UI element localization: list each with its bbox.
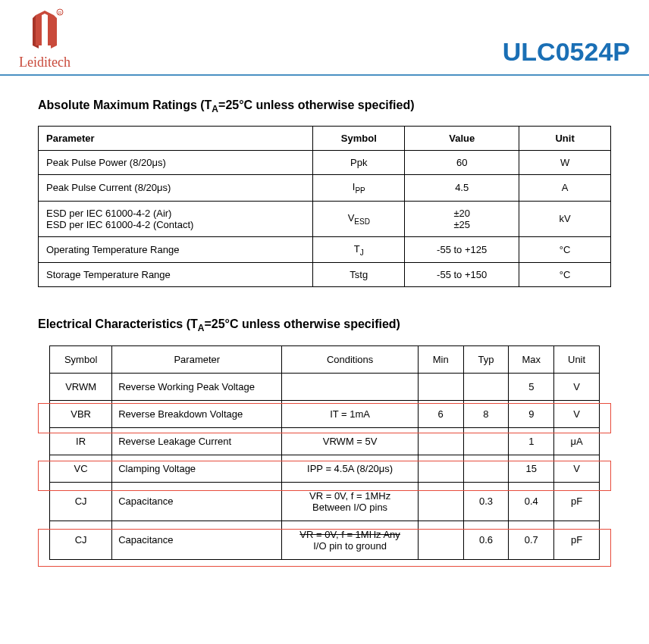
- cell: VR = 0V, f = 1MHz Between I/O pins: [282, 482, 418, 521]
- cell: 8: [463, 400, 509, 427]
- cell: V: [554, 400, 600, 427]
- cell: TJ: [313, 236, 405, 263]
- col-min: Min: [418, 345, 463, 373]
- cell: ±20 ±25: [405, 201, 519, 236]
- cell: CJ: [50, 482, 112, 521]
- col-unit: Unit: [554, 345, 600, 373]
- cell: 0.3: [463, 482, 509, 521]
- cell: Tstg: [313, 263, 405, 287]
- col-parameter: Parameter: [112, 345, 282, 373]
- cell: VESD: [313, 201, 405, 236]
- cell: Reverse Breakdown Voltage: [112, 400, 282, 427]
- cell: °C: [519, 263, 611, 287]
- cell: Peak Pulse Power (8/20μs): [39, 151, 313, 175]
- cell: Clamping Voltage: [112, 455, 282, 482]
- cell: V: [554, 455, 600, 482]
- col-symbol: Symbol: [313, 127, 405, 151]
- cell: -55 to +150: [405, 263, 519, 287]
- cell: [463, 455, 509, 482]
- title-text: =25°C unless otherwise specified): [204, 317, 400, 330]
- cell: Storage Temperature Range: [39, 263, 313, 287]
- cell: A: [519, 175, 611, 202]
- cell: CJ: [50, 521, 112, 559]
- cell: 60: [405, 151, 519, 175]
- col-typ: Typ: [463, 345, 509, 373]
- cell: Operating Temperature Range: [39, 236, 313, 263]
- cell: Reverse Working Peak Voltage: [112, 373, 282, 400]
- cell: VBR: [50, 400, 112, 427]
- cell: VC: [50, 455, 112, 482]
- cell: °C: [519, 236, 611, 263]
- cell: 9: [509, 400, 554, 427]
- table-header-row: Symbol Parameter Conditions Min Typ Max …: [50, 345, 600, 373]
- cell: 6: [418, 400, 463, 427]
- cell: Ppk: [313, 151, 405, 175]
- col-value: Value: [405, 127, 519, 151]
- cell: VRWM: [50, 373, 112, 400]
- cell: 0.4: [509, 482, 554, 521]
- characteristics-table-wrap: Symbol Parameter Conditions Min Typ Max …: [38, 345, 611, 560]
- ratings-table: Parameter Symbol Value Unit Peak Pulse P…: [38, 126, 611, 287]
- title-sub: A: [212, 104, 218, 114]
- table-row: Peak Pulse Power (8/20μs) Ppk 60 W: [39, 151, 611, 175]
- cell: VRWM = 5V: [282, 427, 418, 455]
- svg-text:R: R: [58, 11, 62, 15]
- section2-title: Electrical Characteristics (TA=25°C unle…: [38, 317, 611, 333]
- svg-rect-1: [48, 15, 54, 45]
- table-row: CJ Capacitance VR = 0V, f = 1MHz Any I/O…: [50, 521, 600, 559]
- col-symbol: Symbol: [50, 345, 112, 373]
- cell: Peak Pulse Current (8/20μs): [39, 175, 313, 202]
- cell: W: [519, 151, 611, 175]
- document-header: R Leiditech ULC0524P: [0, 0, 649, 76]
- table-row: ESD per IEC 61000-4-2 (Air) ESD per IEC …: [39, 201, 611, 236]
- cell: 15: [509, 455, 554, 482]
- cell: IR: [50, 427, 112, 455]
- cell: 4.5: [405, 175, 519, 202]
- table-row: VC Clamping Voltage IPP = 4.5A (8/20μs) …: [50, 455, 600, 482]
- cell: [282, 373, 418, 400]
- col-max: Max: [509, 345, 554, 373]
- section1-title: Absolute Maximum Ratings (TA=25°C unless…: [38, 98, 611, 114]
- cell: Capacitance: [112, 482, 282, 521]
- table-row: Operating Temperature Range TJ -55 to +1…: [39, 236, 611, 263]
- title-text: Electrical Characteristics (T: [38, 317, 198, 330]
- table-row: CJ Capacitance VR = 0V, f = 1MHz Between…: [50, 482, 600, 521]
- characteristics-table: Symbol Parameter Conditions Min Typ Max …: [49, 345, 600, 560]
- cell: 0.7: [509, 521, 554, 559]
- table-header-row: Parameter Symbol Value Unit: [39, 127, 611, 151]
- cell: IPP = 4.5A (8/20μs): [282, 455, 418, 482]
- cell: [418, 373, 463, 400]
- cell: IT = 1mA: [282, 400, 418, 427]
- cell: kV: [519, 201, 611, 236]
- logo-icon: R: [22, 8, 67, 53]
- cell: IPP: [313, 175, 405, 202]
- cell: V: [554, 373, 600, 400]
- cell: pF: [554, 482, 600, 521]
- cell: [418, 482, 463, 521]
- brand-name: Leiditech: [19, 55, 71, 70]
- cell: pF: [554, 521, 600, 559]
- svg-rect-0: [36, 15, 42, 45]
- document-body: Absolute Maximum Ratings (TA=25°C unless…: [0, 76, 649, 583]
- table-row: Peak Pulse Current (8/20μs) IPP 4.5 A: [39, 175, 611, 202]
- cell: Reverse Leakage Current: [112, 427, 282, 455]
- col-conditions: Conditions: [282, 345, 418, 373]
- cell: [463, 373, 509, 400]
- cell: VR = 0V, f = 1MHz Any I/O pin to ground: [282, 521, 418, 559]
- cell: [463, 427, 509, 455]
- table-row: VBR Reverse Breakdown Voltage IT = 1mA 6…: [50, 400, 600, 427]
- cell: 5: [509, 373, 554, 400]
- table-row: VRWM Reverse Working Peak Voltage 5 V: [50, 373, 600, 400]
- cell: -55 to +125: [405, 236, 519, 263]
- title-text: =25°C unless otherwise specified): [218, 98, 415, 111]
- cell: 0.6: [463, 521, 509, 559]
- cell: [418, 427, 463, 455]
- col-unit: Unit: [519, 127, 611, 151]
- brand-logo: R Leiditech: [19, 8, 71, 70]
- table-row: Storage Temperature Range Tstg -55 to +1…: [39, 263, 611, 287]
- cell: μA: [554, 427, 600, 455]
- cell: Capacitance: [112, 521, 282, 559]
- table-row: IR Reverse Leakage Current VRWM = 5V 1 μ…: [50, 427, 600, 455]
- cell: [418, 521, 463, 559]
- col-parameter: Parameter: [39, 127, 313, 151]
